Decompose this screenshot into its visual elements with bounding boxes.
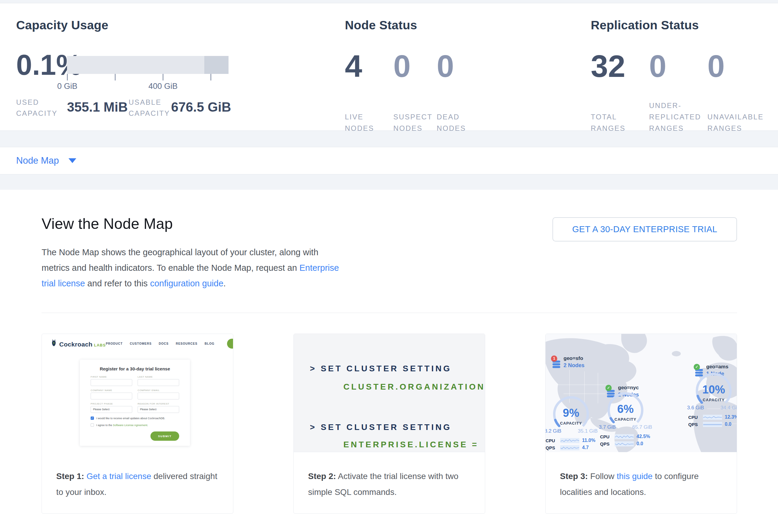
company-email-input [138, 393, 179, 399]
suspect-nodes-value: 0 [393, 50, 437, 83]
form-field: PROJECT PHASE Please Select [91, 402, 132, 413]
qps-label: QPS [688, 422, 700, 427]
sql-code-line: CLUSTER.ORGANIZATION = [343, 382, 485, 392]
dead-nodes-stat: 0 DEAD NODES [437, 50, 484, 83]
capacity-usage-title: Capacity Usage [16, 18, 108, 32]
cpu-row: CPU 42.5% [600, 434, 650, 439]
total-gib: 65.7 GiB [632, 424, 652, 430]
qps-row: QPS 0.0 [600, 441, 643, 446]
trial-registration-form: Register for a 30-day trial license FIRS… [80, 360, 190, 446]
qps-value: 0.0 [636, 441, 643, 446]
field-label: FIRST NAME [91, 376, 132, 378]
text-part: and refer to this [85, 279, 150, 288]
text-part: simple SQL commands. [308, 487, 397, 497]
unavailable-ranges-label: UNAVAILABLE RANGES [707, 111, 767, 134]
inline-link[interactable]: configuration guide [150, 279, 223, 288]
text-part: Activate the trial license with two [336, 471, 458, 481]
capacity-axis-label: 0 GiB [57, 82, 77, 91]
qps-label: QPS [600, 441, 612, 446]
replication-status-title: Replication Status [591, 18, 699, 32]
capacity-bar [67, 56, 229, 74]
text-part: Step 2: [308, 471, 336, 481]
qps-value: 0.0 [725, 422, 731, 427]
license-agreement-checkbox-row: I agree to the Software License Agreemen… [91, 424, 179, 427]
view-selector-label: Node Map [16, 155, 59, 166]
step2-illustration: > SET CLUSTER SETTING CLUSTER.ORGANIZATI… [294, 334, 485, 452]
qps-value: 4.7 [582, 445, 589, 450]
qps-row: QPS 4.7 [546, 445, 589, 450]
submit-button: SUBMIT [150, 432, 179, 441]
text-part: delivered straight [151, 471, 217, 481]
text-part: localities and locations. [560, 487, 646, 497]
capacity-percent: 10% [691, 383, 736, 396]
capacity-percent: 6% [603, 403, 648, 415]
node-map-placeholder-section: View the Node Map The Node Map shows the… [0, 190, 778, 532]
live-nodes-stat: 4 LIVE NODES [345, 50, 393, 83]
page-description: The Node Map shows the geographical layo… [42, 244, 359, 291]
step3-illustration: 1 geo=sfo 2 Nodes [546, 334, 737, 452]
form-field: FIRST NAME [91, 376, 132, 386]
text-part: The Node Map shows the geographical layo… [42, 247, 318, 257]
usable-capacity-label: USABLE CAPACITY [129, 97, 173, 119]
view-selector-dropdown[interactable]: Node Map [0, 147, 778, 174]
inline-link[interactable]: Enterprise [299, 263, 339, 273]
sql-code-line: > SET CLUSTER SETTING [310, 364, 452, 373]
field-label: LAST NAME [138, 376, 179, 378]
cpu-label: CPU [546, 438, 557, 443]
text-part: to your inbox. [56, 487, 106, 497]
logo-text-secondary: LABS [94, 343, 105, 348]
step3-card: 1 geo=sfo 2 Nodes [545, 333, 737, 514]
total-ranges-stat: 32 TOTAL RANGES [591, 50, 649, 83]
step1-caption: Step 1: Get a trial license delivered st… [42, 452, 233, 500]
usable-capacity-value: 676.5 GiB [171, 100, 231, 115]
qps-sparkline-icon [615, 441, 634, 446]
suspect-nodes-stat: 0 SUSPECT NODES [393, 50, 437, 83]
field-label: PROJECT PHASE [91, 402, 132, 405]
inline-link[interactable]: Get a trial license [86, 471, 151, 481]
text-part: . [223, 279, 226, 288]
first-name-input [91, 379, 132, 386]
sql-code-line: ENTERPRISE.LICENSE = [343, 440, 479, 449]
form-title: Register for a 30-day trial license [91, 366, 179, 371]
capacity-label: CAPACITY [691, 398, 736, 402]
step3-caption: Step 3: Follow this guide to configurelo… [546, 452, 737, 500]
logo-text-primary: Cockroach [59, 341, 92, 348]
cpu-sparkline-icon [703, 415, 722, 420]
field-label: COMPANY NAME [91, 389, 132, 392]
capacity-percent: 9% [549, 407, 594, 420]
text-part [84, 471, 86, 481]
field-label: REASON FOR INTEREST [138, 402, 179, 405]
checkbox-label: I would like to receive email updates ab… [96, 417, 165, 420]
inline-link[interactable]: this guide [617, 471, 653, 481]
field-label: COMPANY EMAIL [138, 389, 179, 392]
step1-illustration: Cockroach LABS PRODUCT CUSTOMERS DOCS RE… [42, 334, 233, 452]
checkbox-unchecked-icon [91, 424, 94, 427]
company-name-input [91, 393, 132, 399]
total-ranges-label: TOTAL RANGES [591, 111, 630, 134]
reason-select: Please Select [138, 406, 179, 413]
cluster-summary-panel: Capacity Usage 0.1% 0 GiB 400 GiB USED C… [0, 3, 778, 131]
nav-item: RESOURCES [176, 342, 198, 345]
qps-sparkline-icon [703, 422, 722, 427]
form-field: REASON FOR INTEREST Please Select [138, 402, 179, 413]
under-replicated-ranges-label: UNDER-REPLICATED RANGES [649, 100, 704, 134]
dead-nodes-value: 0 [437, 50, 484, 83]
qps-label: QPS [546, 445, 557, 450]
checkbox-checked-icon: ✓ [91, 416, 94, 420]
enterprise-trial-button[interactable]: GET A 30-DAY ENTERPRISE TRIAL [552, 217, 737, 241]
sql-code-line: > SET CLUSTER SETTING [310, 423, 452, 432]
capacity-label: CAPACITY [603, 417, 648, 422]
cpu-label: CPU [688, 415, 700, 420]
inline-link[interactable]: trial license [42, 279, 85, 288]
cockroach-labs-logo: Cockroach LABS [51, 339, 106, 348]
chevron-down-icon [69, 158, 76, 163]
cpu-label: CPU [600, 434, 612, 439]
error-badge-icon: 1 [551, 356, 557, 362]
nav-item: BLOG [205, 342, 215, 345]
checkbox-label-text: I agree to the [96, 424, 113, 427]
capacity-label: CAPACITY [549, 421, 594, 426]
cpu-value: 11.0% [582, 438, 595, 443]
nav-item: CUSTOMERS [130, 342, 152, 345]
capacity-axis-tick [115, 74, 115, 80]
healthy-badge-icon: ✓ [605, 385, 612, 391]
